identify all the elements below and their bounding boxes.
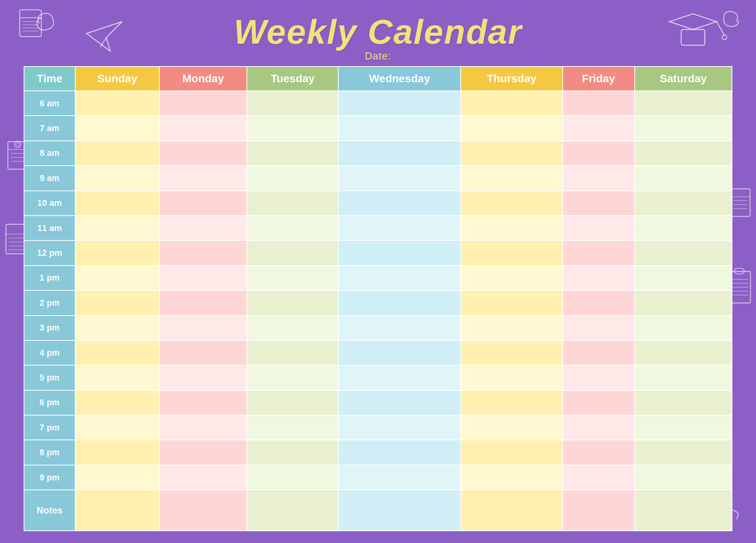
day-cell[interactable] [563,166,635,190]
day-cell[interactable] [338,440,461,465]
day-cell[interactable] [635,91,732,116]
day-cell[interactable] [635,166,732,190]
notes-cell[interactable] [461,490,562,531]
day-cell[interactable] [563,340,635,365]
day-cell[interactable] [247,390,338,415]
day-cell[interactable] [247,216,338,240]
day-cell[interactable] [247,266,338,290]
day-cell[interactable] [247,166,338,190]
day-cell[interactable] [338,141,461,166]
day-cell[interactable] [75,91,159,116]
day-cell[interactable] [338,240,461,265]
day-cell[interactable] [159,240,247,265]
day-cell[interactable] [635,240,732,265]
day-cell[interactable] [563,141,635,166]
day-cell[interactable] [338,191,461,216]
day-cell[interactable] [635,266,732,290]
day-cell[interactable] [563,316,635,340]
day-cell[interactable] [247,91,338,116]
day-cell[interactable] [461,440,562,465]
day-cell[interactable] [247,415,338,440]
day-cell[interactable] [159,415,247,440]
day-cell[interactable] [635,390,732,415]
day-cell[interactable] [461,415,562,440]
day-cell[interactable] [563,365,635,390]
day-cell[interactable] [461,240,562,265]
day-cell[interactable] [461,91,562,116]
day-cell[interactable] [75,440,159,465]
day-cell[interactable] [159,91,247,116]
day-cell[interactable] [159,290,247,315]
day-cell[interactable] [563,216,635,240]
day-cell[interactable] [75,116,159,140]
day-cell[interactable] [75,465,159,490]
day-cell[interactable] [338,290,461,315]
day-cell[interactable] [461,116,562,140]
day-cell[interactable] [563,440,635,465]
day-cell[interactable] [461,166,562,190]
day-cell[interactable] [159,316,247,340]
day-cell[interactable] [461,141,562,166]
day-cell[interactable] [338,316,461,340]
day-cell[interactable] [635,440,732,465]
day-cell[interactable] [75,415,159,440]
day-cell[interactable] [338,266,461,290]
day-cell[interactable] [461,465,562,490]
notes-cell[interactable] [75,490,159,531]
notes-cell[interactable] [635,490,732,531]
day-cell[interactable] [159,365,247,390]
day-cell[interactable] [563,91,635,116]
day-cell[interactable] [635,216,732,240]
day-cell[interactable] [159,216,247,240]
day-cell[interactable] [159,465,247,490]
day-cell[interactable] [461,390,562,415]
day-cell[interactable] [247,340,338,365]
day-cell[interactable] [338,91,461,116]
day-cell[interactable] [635,191,732,216]
day-cell[interactable] [75,390,159,415]
day-cell[interactable] [159,116,247,140]
day-cell[interactable] [461,340,562,365]
day-cell[interactable] [75,166,159,190]
day-cell[interactable] [563,290,635,315]
notes-cell[interactable] [159,490,247,531]
day-cell[interactable] [75,141,159,166]
day-cell[interactable] [159,440,247,465]
day-cell[interactable] [461,365,562,390]
day-cell[interactable] [563,116,635,140]
day-cell[interactable] [635,290,732,315]
day-cell[interactable] [635,316,732,340]
day-cell[interactable] [461,316,562,340]
day-cell[interactable] [635,141,732,166]
day-cell[interactable] [247,465,338,490]
day-cell[interactable] [635,365,732,390]
day-cell[interactable] [338,166,461,190]
day-cell[interactable] [635,465,732,490]
day-cell[interactable] [338,340,461,365]
day-cell[interactable] [159,191,247,216]
day-cell[interactable] [75,316,159,340]
day-cell[interactable] [461,216,562,240]
day-cell[interactable] [338,216,461,240]
day-cell[interactable] [247,240,338,265]
day-cell[interactable] [75,240,159,265]
day-cell[interactable] [635,415,732,440]
day-cell[interactable] [75,266,159,290]
day-cell[interactable] [563,390,635,415]
day-cell[interactable] [563,415,635,440]
day-cell[interactable] [247,365,338,390]
day-cell[interactable] [159,390,247,415]
day-cell[interactable] [159,141,247,166]
day-cell[interactable] [75,340,159,365]
day-cell[interactable] [338,465,461,490]
day-cell[interactable] [338,415,461,440]
day-cell[interactable] [159,340,247,365]
day-cell[interactable] [247,316,338,340]
day-cell[interactable] [563,191,635,216]
day-cell[interactable] [338,365,461,390]
day-cell[interactable] [247,116,338,140]
day-cell[interactable] [338,116,461,140]
day-cell[interactable] [461,266,562,290]
day-cell[interactable] [563,240,635,265]
day-cell[interactable] [75,216,159,240]
